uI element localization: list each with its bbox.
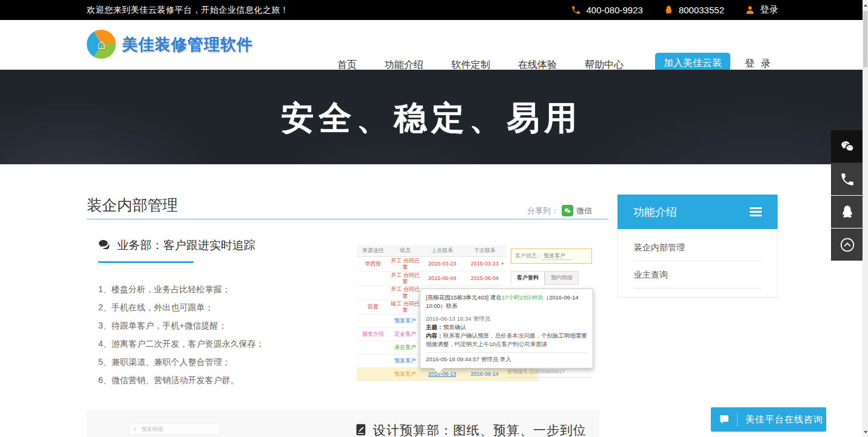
back-to-top-button[interactable] xyxy=(831,229,863,261)
sidebar-item[interactable]: 业主查询 xyxy=(634,261,761,289)
page-root: 欢迎您来到美佳云装修平台，开始企业信息化之旅！ 400-080-9923 800… xyxy=(0,0,868,437)
topbar-phone-number: 400-080-9923 xyxy=(586,5,642,15)
sidebar-item[interactable]: 装企内部管理 xyxy=(634,234,761,261)
crm-cell-last-contact: 2015-06-04 xyxy=(421,275,463,282)
feature-list-item: 1、楼盘分析，业务占比轻松掌握； xyxy=(98,280,264,298)
share-wechat-label[interactable]: 微信 xyxy=(576,205,592,216)
topbar: 欢迎您来到美佳云装修平台，开始企业信息化之旅！ 400-080-9923 800… xyxy=(0,0,863,20)
marketing-number: 营销编号 Q16060600017 xyxy=(507,369,592,378)
online-consult-button[interactable]: 美佳平台在线咨询 xyxy=(711,407,826,432)
feature-list-item: 6、微信营销、营销活动开发客户群。 xyxy=(98,371,264,389)
crm-cell-status: 开工 合同已签 xyxy=(389,272,421,285)
feature-title: 业务部：客户跟进实时追踪 xyxy=(117,238,255,253)
crm-table-row[interactable]: 华西按开工 合同已签2015-03-232015-03-23 xyxy=(357,257,506,272)
sidebar-body: 装企内部管理业主查询 xyxy=(617,229,778,298)
tooltip-subject: 主题：预算确认 xyxy=(426,323,587,332)
scrollbar[interactable] xyxy=(863,0,868,437)
followup-tooltip: [燕柳花园15栋3单元403] 请在17小时23分钟后（2016-06-14 1… xyxy=(420,289,593,369)
crm-tabs: 客户资料 预约明细 xyxy=(511,271,592,285)
hero-banner: 安全、稳定、易用 xyxy=(0,70,863,164)
topbar-phone[interactable]: 400-080-9923 xyxy=(571,5,642,15)
customer-status-value: 预算客户 xyxy=(542,253,571,260)
design-doc-icon xyxy=(354,423,367,436)
phone-icon xyxy=(571,5,581,15)
feature-heading: 业务部：客户跟进实时追踪 xyxy=(98,238,255,253)
crm-cell-source xyxy=(357,360,389,361)
logo[interactable]: ⌂ 美佳装修管理软件 xyxy=(87,30,253,59)
collapse-icon[interactable]: « xyxy=(133,426,136,432)
crm-cell-source xyxy=(357,292,389,293)
scrollbar-up-arrow[interactable] xyxy=(863,0,868,10)
wechat-share-icon[interactable] xyxy=(562,205,573,216)
chat-icon xyxy=(711,412,738,427)
crm-cell-last-contact: 2015-03-23 xyxy=(421,260,463,267)
topbar-login-label: 登录 xyxy=(760,4,778,16)
crm-cell-source xyxy=(357,320,389,321)
feature-list-item: 5、兼职渠道、兼职个人整合管理； xyxy=(98,353,264,371)
floating-buttons xyxy=(831,130,863,261)
logo-text: 美佳装修管理软件 xyxy=(122,34,253,55)
tooltip-countdown: 17小时23分钟后 xyxy=(502,294,543,301)
sidebar-header: 功能介绍 xyxy=(617,195,778,229)
topbar-right: 400-080-9923 800033552 登录 xyxy=(571,0,778,20)
scrollbar-thumb[interactable] xyxy=(863,11,867,67)
crm-cell-status: 预算客户 xyxy=(389,370,421,378)
tooltip-title: [燕柳花园15栋3单元403] 请在17小时23分钟后（2016-06-14 1… xyxy=(426,293,587,311)
crm-column-header: 上次联系 xyxy=(421,247,463,254)
mini-tab-label: 预算明细 xyxy=(141,425,163,433)
feature-underline xyxy=(98,261,193,263)
table-scroll-up-icon[interactable]: ▲ xyxy=(500,261,505,265)
tooltip-divider xyxy=(426,352,587,353)
tab-customer-info[interactable]: 客户资料 xyxy=(511,271,545,285)
topbar-qq[interactable]: 800033552 xyxy=(664,5,724,15)
phone-float-button[interactable] xyxy=(831,163,863,195)
customer-status-label: 客户状态： xyxy=(515,253,542,259)
sidebar-title: 功能介绍 xyxy=(633,205,750,219)
menu-icon[interactable] xyxy=(750,205,762,218)
crm-cell-status: 预算客户 xyxy=(389,317,421,324)
site-header: ⌂ 美佳装修管理软件 首页功能介绍软件定制在线体验帮助中心 加入美佳云装 登 录 xyxy=(0,20,863,70)
crm-cell-source: 华西按 xyxy=(357,260,389,267)
qq-icon xyxy=(664,5,674,15)
wechat-icon xyxy=(839,139,855,155)
topbar-qq-number: 800033552 xyxy=(679,5,724,15)
wechat-float-button[interactable] xyxy=(831,130,863,162)
customer-status-box: 客户状态：预算客户 xyxy=(511,249,592,264)
next-section-title: 设计预算部：图纸、预算、一步到位 xyxy=(373,422,587,437)
welcome-text: 欢迎您来到美佳云装修平台，开始企业信息化之旅！ xyxy=(87,5,289,16)
user-icon xyxy=(745,5,755,15)
feature-list-item: 2、手机在线，外出也可跟单； xyxy=(98,298,264,316)
tab-appointment-detail[interactable]: 预约明细 xyxy=(545,271,579,285)
tooltip-pointer xyxy=(434,368,443,373)
feature-list-item: 3、待跟单客户，手机+微信提醒； xyxy=(98,316,264,335)
chat-bubbles-icon xyxy=(98,239,112,252)
crm-cell-status: 开工 合同已签 xyxy=(389,257,421,271)
tooltip-log-1: 2016-06-13 16:34 管理员 xyxy=(426,315,587,323)
crm-cell-next-contact: 2016-06-14 xyxy=(463,370,506,378)
crm-cell-next-contact: 2015-03-23 xyxy=(463,260,506,267)
scrollbar-down-arrow[interactable] xyxy=(863,427,868,437)
crm-cell-status: 预算客户 xyxy=(389,357,421,364)
crm-column-header: 来源途径 xyxy=(357,247,389,254)
sidebar: 功能介绍 装企内部管理业主查询 xyxy=(617,195,778,298)
consult-label: 美佳平台在线咨询 xyxy=(738,414,823,425)
crm-cell-status: 潜在客户 xyxy=(389,344,421,351)
phone-icon xyxy=(839,172,855,187)
crm-table-row[interactable]: 开工 合同已签2015-06-042015-06-04 xyxy=(357,272,506,286)
topbar-login[interactable]: 登录 xyxy=(745,4,778,16)
page-title: 装企内部管理 xyxy=(87,195,178,215)
crm-cell-next-contact: 2015-06-04 xyxy=(463,275,506,282)
feature-list: 1、楼盘分析，业务占比轻松掌握；2、手机在线，外出也可跟单；3、待跟单客户，手机… xyxy=(98,280,264,389)
qq-float-button[interactable] xyxy=(831,196,863,228)
crm-cell-source xyxy=(357,347,389,348)
next-section-heading: 设计预算部：图纸、预算、一步到位 xyxy=(354,422,587,437)
product-screenshot: 来源途径状态上次联系下次联系 华西按开工 合同已签2015-03-232015-… xyxy=(357,245,592,382)
mini-screenshot-tab: « 预算明细 xyxy=(129,423,220,435)
header-login-link[interactable]: 登 录 xyxy=(745,58,772,70)
next-section: « 预算明细 设计预算部：图纸、预算、一步到位 xyxy=(87,410,599,437)
feature-list-item: 4、游离客户二次开发，客户资源永久保存； xyxy=(98,335,264,353)
chevron-up-circle-icon xyxy=(839,237,855,253)
crm-column-header: 状态 xyxy=(389,247,421,254)
section-divider xyxy=(87,219,608,219)
crm-column-header: 下次联系 xyxy=(463,247,506,254)
